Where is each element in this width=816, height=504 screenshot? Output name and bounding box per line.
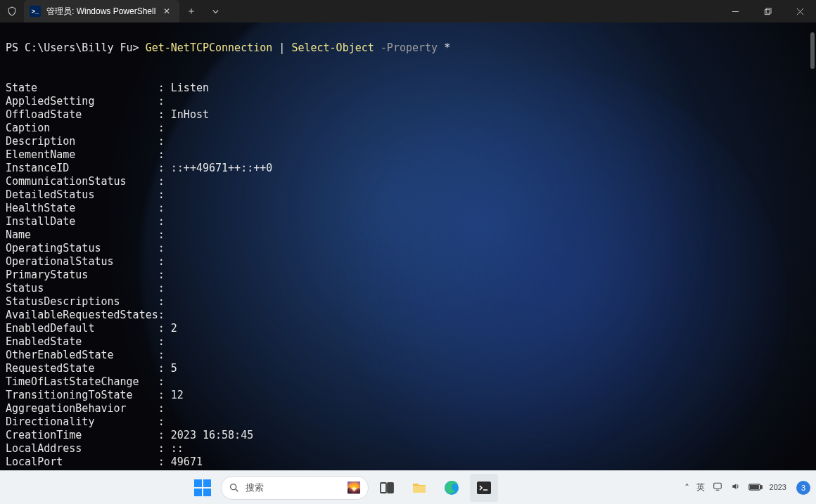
tab-powershell[interactable]: >_ 管理员: Windows PowerShell ✕ bbox=[24, 0, 179, 22]
tray-overflow-button[interactable]: ˄ bbox=[684, 482, 689, 493]
svg-rect-15 bbox=[750, 485, 758, 489]
system-tray: ˄ 英 2023 3 bbox=[684, 481, 810, 495]
powershell-icon: >_ bbox=[30, 6, 41, 17]
terminal-content: PS C:\Users\Billy Fu> Get-NetTCPConnecti… bbox=[0, 22, 816, 470]
svg-rect-1 bbox=[765, 9, 770, 14]
start-button[interactable] bbox=[189, 474, 217, 502]
shield-icon bbox=[0, 0, 24, 22]
tab-dropdown-button[interactable] bbox=[203, 0, 227, 22]
file-explorer-button[interactable] bbox=[405, 474, 433, 502]
task-view-button[interactable] bbox=[373, 474, 401, 502]
edge-browser-button[interactable] bbox=[438, 474, 466, 502]
network-icon[interactable] bbox=[712, 482, 723, 493]
svg-rect-11 bbox=[713, 483, 721, 489]
terminal-taskbar-button[interactable] bbox=[470, 474, 498, 502]
terminal-pane[interactable]: PS C:\Users\Billy Fu> Get-NetTCPConnecti… bbox=[0, 22, 816, 470]
clock-year: 2023 bbox=[770, 483, 786, 492]
cmdlet-1: Get-NetTCPConnection bbox=[146, 41, 273, 54]
windows-logo-icon bbox=[194, 479, 211, 496]
pipe: | bbox=[272, 41, 291, 54]
scrollbar-thumb[interactable] bbox=[810, 32, 815, 69]
taskbar-center: 搜索 🌄 bbox=[6, 474, 682, 502]
volume-icon[interactable] bbox=[730, 482, 741, 493]
window-titlebar: >_ 管理员: Windows PowerShell ✕ ＋ bbox=[0, 0, 816, 22]
svg-rect-2 bbox=[766, 8, 771, 13]
new-tab-button[interactable]: ＋ bbox=[179, 0, 203, 22]
taskbar-search[interactable]: 搜索 🌄 bbox=[221, 476, 369, 500]
search-highlight-icon: 🌄 bbox=[347, 481, 361, 494]
tab-title: 管理员: Windows PowerShell bbox=[46, 6, 155, 18]
svg-rect-14 bbox=[760, 485, 762, 488]
tab-close-button[interactable]: ✕ bbox=[161, 6, 172, 17]
search-icon bbox=[229, 482, 240, 493]
battery-icon[interactable] bbox=[748, 482, 763, 493]
param-star: * bbox=[444, 41, 450, 54]
cmdlet-2: Select-Object bbox=[291, 41, 374, 54]
output-rows: State : Listen AppliedSetting : OffloadS… bbox=[6, 82, 272, 468]
notification-badge[interactable]: 3 bbox=[796, 481, 810, 495]
svg-rect-8 bbox=[388, 483, 393, 493]
svg-rect-7 bbox=[381, 483, 386, 493]
svg-point-5 bbox=[231, 484, 236, 489]
notification-count: 3 bbox=[801, 484, 805, 492]
svg-rect-10 bbox=[477, 482, 491, 494]
ime-indicator[interactable]: 英 bbox=[696, 482, 705, 493]
prompt-path: C:\Users\Billy Fu> bbox=[25, 41, 146, 54]
maximize-button[interactable] bbox=[751, 0, 784, 22]
param-flag: -Property bbox=[374, 41, 444, 54]
close-button[interactable] bbox=[784, 0, 816, 22]
minimize-button[interactable] bbox=[719, 0, 751, 22]
svg-line-6 bbox=[236, 489, 238, 491]
prompt-ps: PS bbox=[6, 41, 25, 54]
taskbar: 搜索 🌄 ˄ 英 2023 3 bbox=[0, 470, 816, 504]
taskbar-clock[interactable]: 2023 bbox=[770, 483, 786, 492]
search-placeholder: 搜索 bbox=[246, 482, 264, 494]
